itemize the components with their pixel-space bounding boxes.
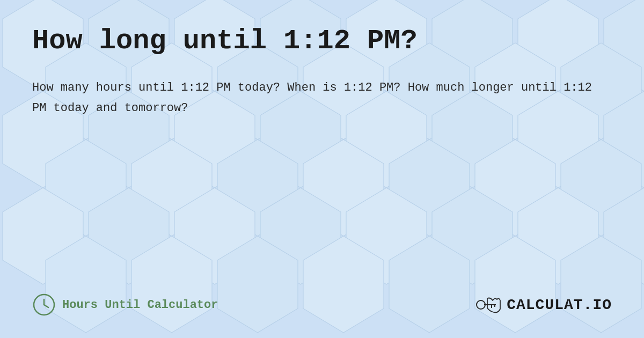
footer-left: Hours Until Calculator: [32, 293, 218, 317]
clock-icon: [32, 293, 56, 317]
footer: Hours Until Calculator CALCULAT.IO: [32, 293, 612, 317]
footer-label: Hours Until Calculator: [62, 298, 218, 312]
logo-text: CALCULAT.IO: [507, 297, 612, 313]
page-description: How many hours until 1:12 PM today? When…: [32, 78, 612, 118]
logo-icon: [475, 293, 502, 317]
svg-point-53: [477, 300, 485, 309]
page-title: How long until 1:12 PM?: [32, 26, 612, 56]
svg-line-52: [44, 305, 48, 307]
main-content: How long until 1:12 PM? How many hours u…: [0, 0, 644, 338]
logo-area: CALCULAT.IO: [475, 293, 612, 317]
